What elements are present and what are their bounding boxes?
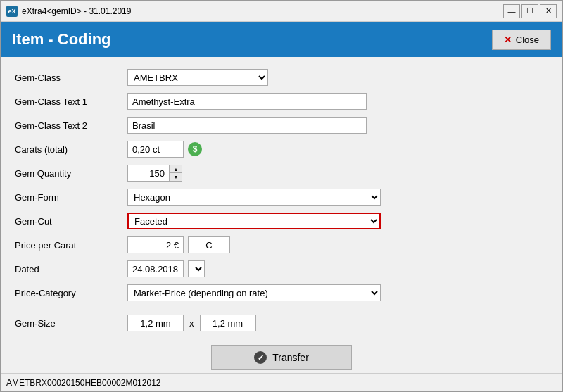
spinner-up-button[interactable]: ▲ [170, 165, 182, 173]
app-icon: eX [6, 6, 18, 17]
gem-cut-select[interactable]: Faceted [127, 213, 381, 229]
price-category-select[interactable]: Market-Price (depending on rate) [127, 284, 381, 301]
dated-row: Dated [15, 260, 548, 278]
gem-form-label: Gem-Form [15, 192, 127, 203]
gem-size-row: Gem-Size x [15, 314, 548, 332]
gem-quantity-input[interactable] [127, 165, 170, 182]
gem-form-select[interactable]: Hexagon [127, 189, 381, 206]
dated-control [127, 260, 548, 277]
dated-dropdown[interactable] [188, 260, 205, 277]
gem-form-row: Gem-Form Hexagon [15, 188, 548, 206]
gem-class-text1-label: Gem-Class Text 1 [15, 96, 127, 107]
close-header-button[interactable]: ✕ Close [492, 30, 551, 50]
transfer-button-label: Transfer [272, 352, 309, 363]
header: Item - Coding ✕ Close [1, 22, 562, 57]
price-per-carat-control: C [127, 236, 548, 253]
gem-cut-row: Gem-Cut Faceted [15, 212, 548, 230]
gem-cut-control: Faceted [127, 213, 548, 229]
gem-quantity-spinner: ▲ ▼ [127, 165, 182, 182]
window-close-button[interactable]: ✕ [540, 4, 557, 18]
gem-class-text2-input[interactable] [127, 117, 367, 134]
price-c-button[interactable]: C [188, 236, 230, 253]
price-per-carat-label: Price per Carat [15, 240, 127, 251]
window-title: eXtra4<gemID> - 31.01.2019 [22, 6, 503, 16]
gem-cut-label: Gem-Cut [15, 216, 127, 227]
gem-class-text1-input[interactable] [127, 93, 367, 110]
gem-class-text2-control [127, 117, 548, 134]
carats-input[interactable] [127, 141, 184, 158]
gem-class-text1-control [127, 93, 548, 110]
gem-class-label: Gem-Class [15, 72, 127, 83]
gem-class-select[interactable]: AMETBRX [127, 69, 268, 86]
gem-class-row: Gem-Class AMETBRX [15, 68, 548, 87]
gem-class-text2-label: Gem-Class Text 2 [15, 120, 127, 131]
gem-class-text2-row: Gem-Class Text 2 [15, 116, 548, 134]
window-controls: — ☐ ✕ [503, 4, 557, 18]
transfer-check-icon: ✔ [254, 351, 267, 364]
gem-size-inputs: x [127, 315, 256, 331]
gem-size-separator: x [189, 318, 194, 329]
carats-label: Carats (total) [15, 144, 127, 155]
main-window: eX eXtra4<gemID> - 31.01.2019 — ☐ ✕ Item… [0, 0, 563, 392]
gem-size-height-input[interactable] [200, 315, 256, 331]
status-bar: AMETBRX00020150HEB00002M012012 [1, 373, 562, 391]
close-x-icon: ✕ [504, 34, 512, 45]
minimize-button[interactable]: — [503, 4, 520, 18]
price-per-carat-input[interactable] [127, 236, 184, 253]
dated-input[interactable] [127, 260, 184, 277]
dated-label: Dated [15, 264, 127, 274]
price-category-control: Market-Price (depending on rate) [127, 284, 548, 301]
gem-quantity-control: ▲ ▼ [127, 165, 548, 182]
gem-size-label: Gem-Size [15, 318, 127, 329]
spinner-down-button[interactable]: ▼ [170, 173, 182, 181]
title-bar: eX eXtra4<gemID> - 31.01.2019 — ☐ ✕ [1, 1, 562, 22]
form-content: Gem-Class AMETBRX Gem-Class Text 1 Gem-C… [1, 57, 562, 373]
gem-size-control: x [127, 315, 548, 331]
status-text: AMETBRX00020150HEB00002M012012 [6, 378, 160, 388]
transfer-area: ✔ Transfer [15, 338, 548, 373]
gem-class-control: AMETBRX [127, 69, 548, 86]
transfer-button[interactable]: ✔ Transfer [211, 345, 352, 370]
maximize-button[interactable]: ☐ [521, 4, 538, 18]
gem-form-control: Hexagon [127, 189, 548, 206]
page-title: Item - Coding [12, 30, 492, 49]
divider [15, 308, 548, 308]
dollar-icon[interactable]: $ [188, 142, 202, 156]
gem-size-width-input[interactable] [127, 315, 184, 331]
price-category-label: Price-Category [15, 288, 127, 298]
carats-row: Carats (total) $ [15, 140, 548, 158]
price-category-row: Price-Category Market-Price (depending o… [15, 284, 548, 302]
gem-quantity-row: Gem Quantity ▲ ▼ [15, 164, 548, 182]
spinner-buttons: ▲ ▼ [170, 165, 182, 182]
gem-quantity-label: Gem Quantity [15, 168, 127, 179]
carats-control: $ [127, 141, 548, 158]
close-button-label: Close [516, 34, 539, 45]
gem-class-text1-row: Gem-Class Text 1 [15, 92, 548, 110]
price-per-carat-row: Price per Carat C [15, 236, 548, 254]
